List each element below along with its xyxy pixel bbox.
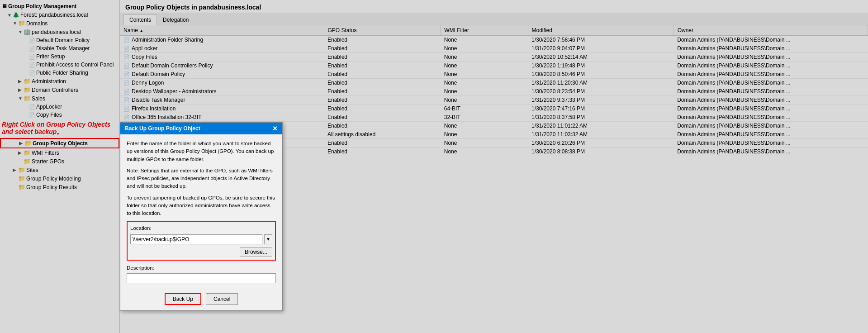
browse-button[interactable]: Browse...	[240, 247, 272, 257]
cancel-button[interactable]: Cancel	[206, 293, 238, 305]
dialog-desc1: Enter the name of the folder in which yo…	[127, 140, 276, 163]
close-button[interactable]: ✕	[272, 125, 278, 132]
dialog-desc3: To prevent tampering of backed up GPOs, …	[127, 194, 276, 218]
location-dropdown-button[interactable]: ▼	[264, 234, 272, 244]
location-input[interactable]	[130, 234, 262, 244]
dialog-titlebar: Back Up Group Policy Object ✕	[120, 123, 282, 134]
description-input[interactable]	[127, 273, 276, 283]
location-input-row: ▼	[130, 234, 272, 244]
dialog-buttons: Back Up Cancel	[120, 289, 282, 310]
back-up-button[interactable]: Back Up	[165, 293, 201, 305]
dialog-title: Back Up Group Policy Object	[125, 125, 200, 132]
backup-dialog: Back Up Group Policy Object ✕ Enter the …	[120, 122, 283, 311]
location-label: Location:	[130, 224, 272, 232]
dialog-desc2: Note: Settings that are external to the …	[127, 167, 276, 190]
dialog-body: Enter the name of the folder in which yo…	[120, 134, 282, 289]
location-box: Location: ▼ Browse...	[127, 221, 276, 260]
dialog-overlay: Back Up Group Policy Object ✕ Enter the …	[0, 0, 868, 333]
description-label: Description:	[127, 264, 276, 272]
